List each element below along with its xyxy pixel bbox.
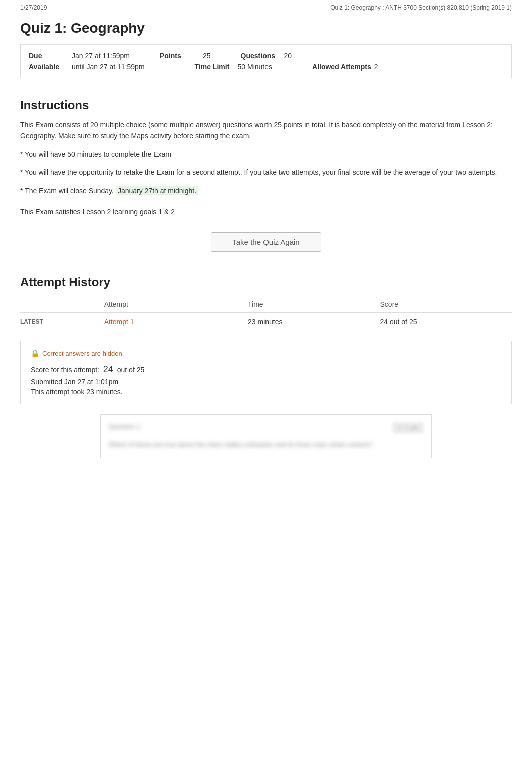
col-label-empty — [20, 296, 104, 313]
col-score-header: Score — [380, 296, 512, 313]
learning-goals: This Exam satisfies Lesson 2 learning go… — [20, 206, 512, 217]
submitted-line: Submitted Jan 27 at 1:01pm — [31, 378, 501, 386]
time-line: This attempt took 23 minutes. — [31, 388, 501, 396]
blurred-question-box: Question 1 1 / 1 pts Which of these are … — [100, 414, 432, 458]
score-suffix: out of 25 — [117, 366, 145, 374]
attempt-history-table: Attempt Time Score LATEST Attempt 1 23 m… — [20, 296, 512, 331]
col-attempt-header: Attempt — [104, 296, 248, 313]
take-quiz-container: Take the Quiz Again — [20, 232, 512, 252]
meta-box: Due Jan 27 at 11:59pm Points 25 Question… — [20, 44, 512, 78]
due-value: Jan 27 at 11:59pm — [72, 52, 130, 60]
blurred-header: Question 1 1 / 1 pts — [109, 423, 423, 433]
blurred-question-label: Question 1 — [109, 423, 140, 433]
attempt-history-title: Attempt History — [20, 267, 512, 296]
allowed-attempts-label: Allowed Attempts — [312, 63, 371, 71]
row-label: LATEST — [20, 313, 104, 331]
points-label: Points — [160, 52, 200, 60]
questions-label: Questions — [241, 52, 281, 60]
quiz-title: Quiz 1: Geography — [20, 15, 512, 44]
correct-answers-text: Correct answers are hidden. — [42, 350, 124, 357]
bullet3-date: January 27th at midnight. — [116, 186, 198, 195]
score-label: Score for this attempt: — [31, 366, 99, 374]
questions-value: 20 — [284, 52, 292, 60]
instructions-bullet1: * You will have 50 minutes to complete t… — [20, 149, 512, 160]
main-content: Quiz 1: Geography Due Jan 27 at 11:59pm … — [0, 15, 532, 478]
take-quiz-again-button[interactable]: Take the Quiz Again — [211, 232, 321, 252]
date-label: 1/27/2019 — [20, 4, 47, 11]
table-header-row: Attempt Time Score — [20, 296, 512, 313]
row-score: 24 out of 25 — [380, 313, 512, 331]
row-time: 23 minutes — [248, 313, 380, 331]
available-label: Available — [29, 63, 69, 71]
top-bar: 1/27/2019 Quiz 1: Geography : ANTH 3700 … — [0, 0, 532, 15]
time-limit-value: 50 Minutes — [238, 63, 272, 71]
available-value: until Jan 27 at 11:59pm — [72, 63, 145, 71]
score-line: Score for this attempt: 24 out of 25 — [31, 364, 501, 375]
meta-row-2: Available until Jan 27 at 11:59pm Time L… — [29, 63, 503, 71]
lock-icon: 🔒 — [31, 349, 39, 357]
instructions-para1: This Exam consists of 20 multiple choice… — [20, 119, 512, 142]
due-label: Due — [29, 52, 69, 60]
attempt-link[interactable]: Attempt 1 — [104, 318, 134, 326]
points-value: 25 — [203, 52, 211, 60]
score-value: 24 — [103, 364, 113, 374]
table-row: LATEST Attempt 1 23 minutes 24 out of 25 — [20, 313, 512, 331]
row-attempt[interactable]: Attempt 1 — [104, 313, 248, 331]
correct-answers-notice: 🔒 Correct answers are hidden. — [31, 349, 501, 357]
meta-row-1: Due Jan 27 at 11:59pm Points 25 Question… — [29, 52, 503, 60]
instructions-title: Instructions — [20, 90, 512, 119]
breadcrumb: Quiz 1: Geography : ANTH 3700 Section(s)… — [330, 4, 512, 11]
col-time-header: Time — [248, 296, 380, 313]
instructions-bullet2: * You will have the opportunity to retak… — [20, 167, 512, 178]
instructions-bullet3: * The Exam will close Sunday, January 27… — [20, 185, 512, 196]
attempt-details-box: 🔒 Correct answers are hidden. Score for … — [20, 341, 512, 404]
bullet3-prefix: * The Exam will close Sunday, — [20, 187, 116, 195]
allowed-attempts-value: 2 — [374, 63, 378, 71]
blurred-badge: 1 / 1 pts — [393, 423, 423, 433]
blurred-content: Which of these are true about the Indus … — [109, 440, 423, 450]
time-limit-label: Time Limit — [195, 63, 235, 71]
